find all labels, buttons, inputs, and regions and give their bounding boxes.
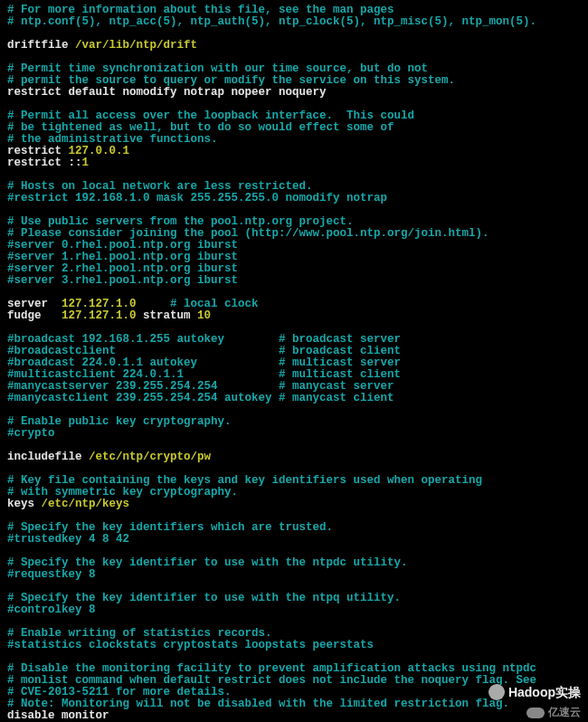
config-line: restrict ::1 bbox=[7, 157, 581, 169]
config-line: #trustedkey 4 8 42 bbox=[7, 534, 581, 546]
config-file-content: # For more information about this file, … bbox=[7, 5, 581, 722]
config-line: restrict 127.0.0.1 bbox=[7, 146, 581, 157]
cloud-icon bbox=[526, 708, 545, 718]
config-line: #server 3.rhel.pool.ntp.org iburst bbox=[7, 275, 581, 287]
config-line: driftfile /var/lib/ntp/drift bbox=[7, 40, 581, 52]
config-line: fudge 127.127.1.0 stratum 10 bbox=[7, 310, 581, 322]
config-line: restrict default nomodify notrap nopeer … bbox=[7, 87, 581, 99]
wechat-icon bbox=[488, 684, 505, 700]
config-line: includefile /etc/ntp/crypto/pw bbox=[7, 451, 581, 463]
config-line: keys /etc/ntp/keys bbox=[7, 499, 581, 510]
config-line: #crypto bbox=[7, 428, 581, 440]
config-line: #controlkey 8 bbox=[7, 604, 581, 616]
watermark-yisu: 亿速云 bbox=[526, 707, 581, 718]
config-line: #restrict 192.168.1.0 mask 255.255.255.0… bbox=[7, 193, 581, 204]
config-line: #requestkey 8 bbox=[7, 569, 581, 581]
watermark-yisu-text: 亿速云 bbox=[548, 707, 581, 718]
config-line: disable monitor bbox=[7, 710, 581, 722]
config-line: #statistics clockstats cryptostats loops… bbox=[7, 640, 581, 651]
config-line: #manycastclient 239.255.254.254 autokey … bbox=[7, 393, 581, 404]
watermark-hadoop-text: Hadoop实操 bbox=[508, 687, 581, 698]
watermark-hadoop: Hadoop实操 bbox=[488, 684, 581, 700]
config-line: # Enable public key cryptography. bbox=[7, 416, 581, 428]
config-line: # ntp.conf(5), ntp_acc(5), ntp_auth(5), … bbox=[7, 16, 581, 28]
